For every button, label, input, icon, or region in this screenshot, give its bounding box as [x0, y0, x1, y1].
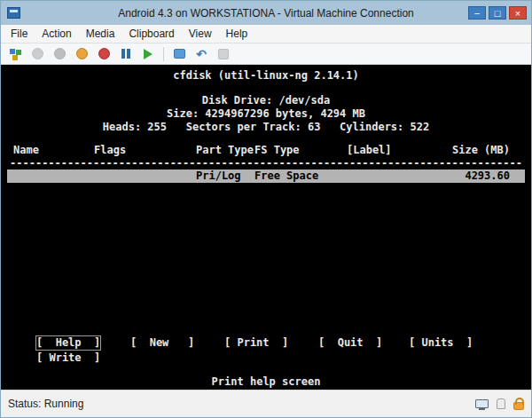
column-header-flags: Flags — [94, 144, 126, 157]
title-bar[interactable]: Android 4.3 on WORKSTATIONA - Virtual Ma… — [1, 1, 531, 25]
cfdisk-button-help[interactable]: [ Help ] — [36, 336, 100, 350]
status-icons — [475, 398, 524, 410]
cfdisk-hint: Print help screen — [1, 375, 531, 389]
start-icon[interactable] — [30, 47, 44, 61]
disk-size-line: Size: 4294967296 bytes, 4294 MB — [1, 107, 531, 121]
menu-item-help[interactable]: Help — [219, 26, 255, 42]
window-controls: − □ × — [468, 6, 527, 20]
minimize-button[interactable]: − — [468, 6, 486, 20]
menu-bar: File Action Media Clipboard View Help — [1, 25, 531, 43]
column-header-label: [Label] — [347, 144, 392, 157]
toolbar: ↶ — [1, 43, 531, 65]
pause-icon[interactable] — [119, 47, 133, 61]
table-header: Name Flags Part Type FS Type [Label] Siz… — [1, 144, 531, 157]
hyper-v-app-icon — [7, 7, 20, 19]
cfdisk-button-units[interactable]: [ Units ] — [409, 336, 473, 350]
cfdisk-button-quit[interactable]: [ Quit ] — [318, 336, 382, 350]
disk-drive-line: Disk Drive: /dev/sda — [1, 94, 531, 107]
toolbar-separator — [163, 47, 164, 61]
menu-item-clipboard[interactable]: Clipboard — [121, 26, 181, 42]
cfdisk-title: cfdisk (util-linux-ng 2.14.1) — [1, 69, 531, 83]
display-icon — [475, 399, 489, 408]
turn-off-icon[interactable] — [52, 47, 66, 61]
cfdisk-button-new[interactable]: [ New ] — [130, 336, 194, 350]
cfdisk-button-print[interactable]: [ Print ] — [224, 336, 288, 350]
table-divider: ----------------------------------------… — [1, 157, 531, 170]
column-header-name: Name — [13, 144, 39, 157]
table-row: Pri/Log Free Space 4293.60 — [7, 170, 525, 183]
shut-down-icon[interactable] — [74, 47, 89, 61]
checkpoint-icon[interactable] — [172, 47, 186, 61]
save-icon[interactable] — [97, 47, 111, 61]
menu-item-view[interactable]: View — [182, 26, 219, 42]
cell-part-type: Pri/Log — [196, 170, 241, 183]
cell-fs-type: Free Space — [254, 170, 318, 183]
column-header-fs-type: FS Type — [254, 144, 300, 157]
status-text: Status: Running — [8, 398, 83, 410]
maximize-button[interactable]: □ — [489, 6, 506, 20]
vm-connection-window: Android 4.3 on WORKSTATIONA - Virtual Ma… — [0, 0, 532, 418]
menu-item-file[interactable]: File — [4, 26, 35, 42]
window-title: Android 4.3 on WORKSTATIONA - Virtual Ma… — [1, 7, 531, 20]
status-bar: Status: Running — [1, 390, 531, 417]
column-header-part-type: Part Type — [196, 144, 254, 157]
reset-icon[interactable] — [141, 47, 155, 61]
menu-item-media[interactable]: Media — [79, 26, 122, 42]
disk-geometry-line: Heads: 255 Sectors per Track: 63 Cylinde… — [1, 121, 531, 134]
vm-screen[interactable]: cfdisk (util-linux-ng 2.14.1) Disk Drive… — [1, 65, 531, 390]
ctrl-alt-del-icon[interactable] — [8, 47, 22, 61]
cell-size: 4293.60 — [465, 170, 510, 183]
cfdisk-button-write[interactable]: [ Write ] — [36, 351, 100, 365]
input-capture-icon — [497, 398, 505, 409]
revert-icon[interactable]: ↶ — [194, 47, 208, 61]
enhanced-session-icon[interactable] — [216, 47, 231, 61]
lock-icon — [513, 402, 524, 410]
close-button[interactable]: × — [509, 6, 527, 20]
column-header-size: Size (MB) — [452, 144, 510, 157]
menu-item-action[interactable]: Action — [35, 26, 78, 42]
